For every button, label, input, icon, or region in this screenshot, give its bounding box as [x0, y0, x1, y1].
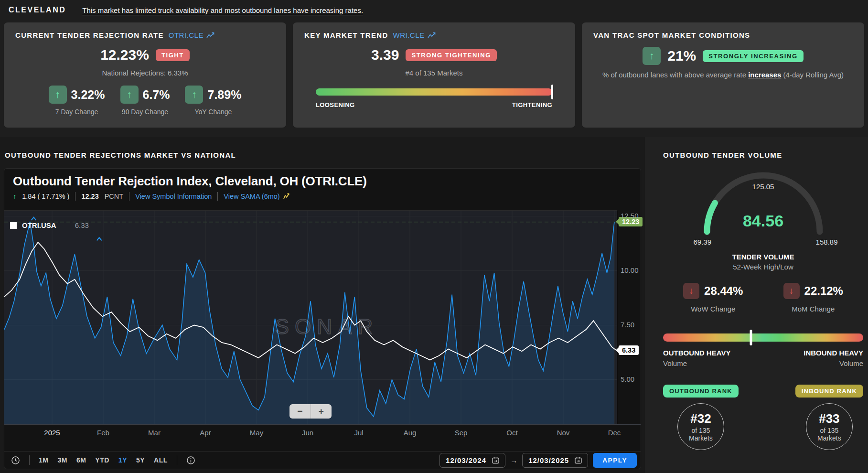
- outbound-rank-of: of 135: [691, 427, 710, 434]
- ticker-label: OTRI.CLE: [169, 31, 204, 39]
- mom-value: 22.12%: [804, 284, 843, 298]
- x-axis-label: Dec: [608, 429, 621, 437]
- card-key-market-trend-title: KEY MARKET TREND: [304, 31, 388, 39]
- divider: [29, 455, 30, 465]
- stat-90day-label: 90 Day Change: [120, 108, 170, 116]
- chart-section-heading: OUTBOUND TENDER REJECTIONS MARKET VS NAT…: [5, 151, 236, 159]
- wow-value: 28.44%: [704, 284, 743, 298]
- sama-hand-icon: [283, 193, 290, 200]
- outbound-rank-number: #32: [690, 411, 711, 426]
- page-header: CLEVELAND This market has limited truck …: [0, 0, 868, 20]
- van-trac-description: % of outbound lanes with above average r…: [590, 71, 856, 79]
- stat-yoy-label: YoY Change: [185, 108, 241, 116]
- stat-7day-value: 3.22%: [71, 88, 105, 102]
- wow-label: WoW Change: [663, 305, 763, 313]
- history-clock-icon[interactable]: [11, 456, 20, 465]
- price-chart-area[interactable]: OTRI.USA 6.33 SONAR − +: [4, 211, 617, 424]
- arrow-down-icon: ↓: [683, 283, 699, 299]
- range-button-ytd[interactable]: YTD: [95, 456, 109, 464]
- mom-label: MoM Change: [763, 305, 864, 313]
- x-axis-label: Jul: [354, 429, 363, 437]
- divider: [75, 192, 75, 201]
- balance-marker: [750, 330, 752, 345]
- range-button-6m[interactable]: 6M: [76, 456, 86, 464]
- date-from-input[interactable]: 12/03/2024: [439, 453, 505, 468]
- x-axis-label: 2025: [44, 429, 60, 437]
- tight-status-badge: TIGHT: [156, 49, 190, 61]
- price-axis[interactable]: 12.23 6.33 12.5010.007.505.00: [617, 211, 641, 424]
- volume-balance-bar: [663, 333, 863, 342]
- inbound-heavy-label: INBOUND HEAVY: [804, 349, 863, 357]
- view-symbol-info-link[interactable]: View Symbol Information: [135, 193, 212, 200]
- inbound-rank-number: #33: [819, 411, 839, 426]
- trend-status-badge: STRONG TIGHTENING: [406, 49, 497, 61]
- market-summary-link[interactable]: This market has limited truck availabili…: [82, 6, 363, 14]
- range-button-3m[interactable]: 3M: [57, 456, 67, 464]
- view-sama-label: View SAMA (6mo): [224, 193, 279, 200]
- time-axis[interactable]: 2025FebMarAprMayJunJulAugSepOctNovDec: [4, 424, 641, 438]
- gauge-low-label: 69.39: [694, 238, 712, 246]
- gauge-value: 84.56: [692, 212, 835, 230]
- tightening-scale-bar: [316, 88, 552, 96]
- inbound-rank-of: of 135: [820, 427, 838, 434]
- ticker-label: WRI.CLE: [393, 31, 425, 39]
- chart-last-value: 12.23: [81, 193, 98, 200]
- info-icon[interactable]: [186, 456, 195, 465]
- zoom-controls: − +: [289, 404, 332, 419]
- stat-7day-label: 7 Day Change: [49, 108, 105, 116]
- card-van-trac-title: VAN TRAC SPOT MARKET CONDITIONS: [593, 31, 750, 39]
- card-van-trac: VAN TRAC SPOT MARKET CONDITIONS ↑ 21% ST…: [582, 22, 864, 128]
- x-axis-label: Nov: [557, 429, 570, 437]
- stat-yoy: ↑ 7.89% YoY Change: [185, 86, 241, 116]
- van-trac-status-badge: STRONGLY INCREASING: [703, 50, 803, 62]
- chart-change-value: 1.84 ( 17.71% ): [22, 193, 69, 200]
- divider: [217, 192, 218, 201]
- sonar-watermark: SONAR: [246, 315, 408, 339]
- arrow-up-icon: ↑: [49, 86, 67, 104]
- gauge-subcaption: 52-Week High/Low: [663, 263, 863, 271]
- gauge-top-label: 125.05: [692, 183, 835, 191]
- trend-rank-text: #4 of 135 Markets: [301, 69, 567, 77]
- x-axis-label: Mar: [148, 429, 161, 437]
- divider: [177, 455, 177, 465]
- date-to-input[interactable]: 12/03/2025: [522, 453, 588, 468]
- stat-90day-value: 6.7%: [143, 88, 170, 102]
- otri-chart-panel: Outbound Tender Rejection Index, Clevela…: [4, 168, 641, 469]
- card-key-market-trend: KEY MARKET TREND WRI.CLE 3.39 STRONG TIG…: [293, 22, 575, 128]
- stat-mom: ↓ 22.12% MoM Change: [763, 283, 864, 313]
- description-suffix: (4-day Rolling Avg): [781, 71, 844, 79]
- y-axis-label: 5.00: [621, 375, 634, 383]
- balance-labels: OUTBOUND HEAVY Volume INBOUND HEAVY Volu…: [663, 349, 863, 367]
- inbound-rank-markets: Markets: [817, 434, 841, 442]
- y-axis-label: 10.00: [621, 266, 639, 274]
- national-rejections-text: National Rejections: 6.33%: [12, 69, 278, 77]
- outbound-heavy-label: OUTBOUND HEAVY: [663, 349, 730, 357]
- outbound-rank-markets: Markets: [689, 434, 713, 442]
- zoom-out-button[interactable]: −: [289, 404, 311, 419]
- apply-button[interactable]: APPLY: [593, 453, 637, 468]
- legend-symbol: OTRI.USA: [22, 221, 56, 229]
- gauge-high-label: 158.89: [816, 238, 838, 246]
- view-sama-link[interactable]: View SAMA (6mo): [224, 193, 289, 200]
- zoom-in-button[interactable]: +: [311, 404, 332, 419]
- stat-90day: ↑ 6.7% 90 Day Change: [120, 86, 170, 116]
- legend-swatch-otri-usa: [10, 222, 17, 229]
- national-price-badge: 6.33: [619, 345, 639, 355]
- ticker-link-otri-cle[interactable]: OTRI.CLE: [169, 31, 214, 39]
- arrow-down-icon: ↓: [783, 283, 800, 299]
- x-axis-label: Feb: [97, 429, 109, 437]
- range-button-all[interactable]: ALL: [154, 456, 168, 464]
- outbound-rank: OUTBOUND RANK #32 of 135 Markets: [663, 385, 739, 450]
- description-emphasis: increases: [748, 71, 781, 79]
- range-button-1m[interactable]: 1M: [39, 456, 48, 464]
- dashboard: CLEVELAND This market has limited truck …: [0, 0, 868, 473]
- range-button-1y-active[interactable]: 1Y: [118, 456, 127, 464]
- x-axis-label: Sep: [455, 429, 468, 437]
- date-from-value: 12/03/2024: [446, 456, 486, 464]
- outbound-rank-badge: OUTBOUND RANK: [663, 385, 739, 398]
- ticker-link-wri-cle[interactable]: WRI.CLE: [393, 31, 436, 39]
- outbound-heavy-sub: Volume: [663, 359, 730, 367]
- y-axis-label: 12.50: [621, 212, 639, 220]
- gauge-arc: [692, 167, 835, 248]
- range-button-5y[interactable]: 5Y: [136, 456, 145, 464]
